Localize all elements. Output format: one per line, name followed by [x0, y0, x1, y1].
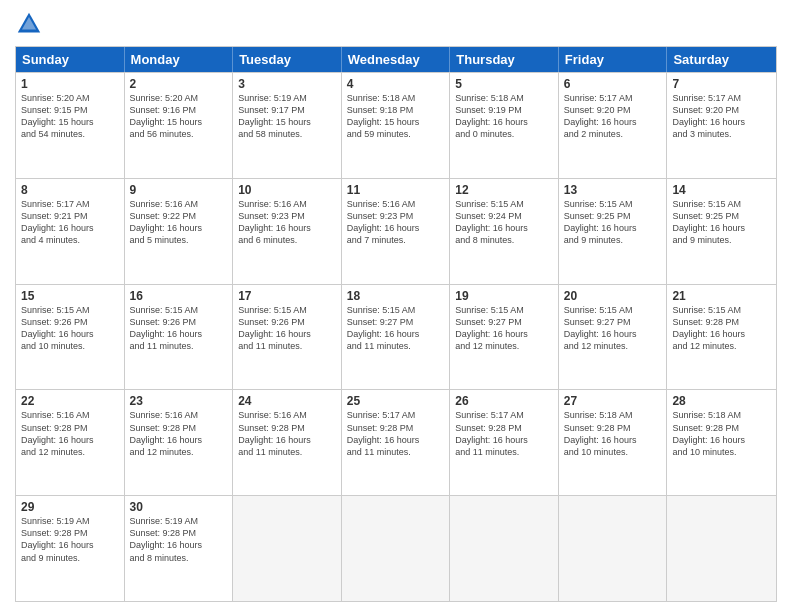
day-number: 13 [564, 183, 662, 197]
day-info: Sunrise: 5:20 AM Sunset: 9:16 PM Dayligh… [130, 92, 228, 141]
day-cell-12: 12Sunrise: 5:15 AM Sunset: 9:24 PM Dayli… [450, 179, 559, 284]
day-number: 26 [455, 394, 553, 408]
day-cell-21: 21Sunrise: 5:15 AM Sunset: 9:28 PM Dayli… [667, 285, 776, 390]
day-number: 8 [21, 183, 119, 197]
day-number: 3 [238, 77, 336, 91]
day-cell-19: 19Sunrise: 5:15 AM Sunset: 9:27 PM Dayli… [450, 285, 559, 390]
day-info: Sunrise: 5:17 AM Sunset: 9:20 PM Dayligh… [672, 92, 771, 141]
calendar-row-1: 1Sunrise: 5:20 AM Sunset: 9:15 PM Daylig… [16, 72, 776, 178]
calendar-body: 1Sunrise: 5:20 AM Sunset: 9:15 PM Daylig… [16, 72, 776, 601]
day-number: 17 [238, 289, 336, 303]
day-cell-1: 1Sunrise: 5:20 AM Sunset: 9:15 PM Daylig… [16, 73, 125, 178]
day-number: 10 [238, 183, 336, 197]
day-info: Sunrise: 5:15 AM Sunset: 9:27 PM Dayligh… [564, 304, 662, 353]
empty-cell [667, 496, 776, 601]
day-info: Sunrise: 5:17 AM Sunset: 9:28 PM Dayligh… [455, 409, 553, 458]
day-number: 5 [455, 77, 553, 91]
day-info: Sunrise: 5:17 AM Sunset: 9:28 PM Dayligh… [347, 409, 445, 458]
header-cell-tuesday: Tuesday [233, 47, 342, 72]
day-info: Sunrise: 5:16 AM Sunset: 9:28 PM Dayligh… [21, 409, 119, 458]
logo [15, 10, 47, 38]
day-cell-24: 24Sunrise: 5:16 AM Sunset: 9:28 PM Dayli… [233, 390, 342, 495]
day-number: 9 [130, 183, 228, 197]
header-cell-friday: Friday [559, 47, 668, 72]
calendar-header-row: SundayMondayTuesdayWednesdayThursdayFrid… [16, 47, 776, 72]
day-cell-14: 14Sunrise: 5:15 AM Sunset: 9:25 PM Dayli… [667, 179, 776, 284]
day-number: 18 [347, 289, 445, 303]
day-info: Sunrise: 5:15 AM Sunset: 9:25 PM Dayligh… [564, 198, 662, 247]
day-info: Sunrise: 5:20 AM Sunset: 9:15 PM Dayligh… [21, 92, 119, 141]
day-info: Sunrise: 5:17 AM Sunset: 9:21 PM Dayligh… [21, 198, 119, 247]
day-number: 27 [564, 394, 662, 408]
day-cell-9: 9Sunrise: 5:16 AM Sunset: 9:22 PM Daylig… [125, 179, 234, 284]
day-info: Sunrise: 5:16 AM Sunset: 9:28 PM Dayligh… [130, 409, 228, 458]
day-number: 14 [672, 183, 771, 197]
day-cell-13: 13Sunrise: 5:15 AM Sunset: 9:25 PM Dayli… [559, 179, 668, 284]
day-number: 19 [455, 289, 553, 303]
day-info: Sunrise: 5:15 AM Sunset: 9:27 PM Dayligh… [347, 304, 445, 353]
day-cell-20: 20Sunrise: 5:15 AM Sunset: 9:27 PM Dayli… [559, 285, 668, 390]
day-info: Sunrise: 5:17 AM Sunset: 9:20 PM Dayligh… [564, 92, 662, 141]
day-cell-3: 3Sunrise: 5:19 AM Sunset: 9:17 PM Daylig… [233, 73, 342, 178]
day-cell-22: 22Sunrise: 5:16 AM Sunset: 9:28 PM Dayli… [16, 390, 125, 495]
day-cell-4: 4Sunrise: 5:18 AM Sunset: 9:18 PM Daylig… [342, 73, 451, 178]
day-number: 12 [455, 183, 553, 197]
day-cell-18: 18Sunrise: 5:15 AM Sunset: 9:27 PM Dayli… [342, 285, 451, 390]
day-number: 25 [347, 394, 445, 408]
day-info: Sunrise: 5:18 AM Sunset: 9:28 PM Dayligh… [564, 409, 662, 458]
day-number: 23 [130, 394, 228, 408]
day-cell-8: 8Sunrise: 5:17 AM Sunset: 9:21 PM Daylig… [16, 179, 125, 284]
day-info: Sunrise: 5:16 AM Sunset: 9:23 PM Dayligh… [347, 198, 445, 247]
day-number: 4 [347, 77, 445, 91]
header-cell-saturday: Saturday [667, 47, 776, 72]
day-cell-28: 28Sunrise: 5:18 AM Sunset: 9:28 PM Dayli… [667, 390, 776, 495]
calendar-row-5: 29Sunrise: 5:19 AM Sunset: 9:28 PM Dayli… [16, 495, 776, 601]
day-info: Sunrise: 5:19 AM Sunset: 9:28 PM Dayligh… [130, 515, 228, 564]
day-info: Sunrise: 5:15 AM Sunset: 9:26 PM Dayligh… [238, 304, 336, 353]
day-number: 15 [21, 289, 119, 303]
day-number: 22 [21, 394, 119, 408]
header-cell-sunday: Sunday [16, 47, 125, 72]
day-number: 29 [21, 500, 119, 514]
day-cell-27: 27Sunrise: 5:18 AM Sunset: 9:28 PM Dayli… [559, 390, 668, 495]
empty-cell [450, 496, 559, 601]
header-cell-monday: Monday [125, 47, 234, 72]
day-number: 16 [130, 289, 228, 303]
day-info: Sunrise: 5:15 AM Sunset: 9:26 PM Dayligh… [21, 304, 119, 353]
day-info: Sunrise: 5:15 AM Sunset: 9:28 PM Dayligh… [672, 304, 771, 353]
day-number: 20 [564, 289, 662, 303]
day-info: Sunrise: 5:15 AM Sunset: 9:24 PM Dayligh… [455, 198, 553, 247]
day-number: 24 [238, 394, 336, 408]
day-number: 28 [672, 394, 771, 408]
empty-cell [559, 496, 668, 601]
day-info: Sunrise: 5:18 AM Sunset: 9:19 PM Dayligh… [455, 92, 553, 141]
page: SundayMondayTuesdayWednesdayThursdayFrid… [0, 0, 792, 612]
day-info: Sunrise: 5:16 AM Sunset: 9:22 PM Dayligh… [130, 198, 228, 247]
day-info: Sunrise: 5:15 AM Sunset: 9:27 PM Dayligh… [455, 304, 553, 353]
day-info: Sunrise: 5:15 AM Sunset: 9:26 PM Dayligh… [130, 304, 228, 353]
day-number: 21 [672, 289, 771, 303]
day-info: Sunrise: 5:19 AM Sunset: 9:17 PM Dayligh… [238, 92, 336, 141]
day-cell-6: 6Sunrise: 5:17 AM Sunset: 9:20 PM Daylig… [559, 73, 668, 178]
day-cell-29: 29Sunrise: 5:19 AM Sunset: 9:28 PM Dayli… [16, 496, 125, 601]
day-info: Sunrise: 5:18 AM Sunset: 9:28 PM Dayligh… [672, 409, 771, 458]
day-cell-23: 23Sunrise: 5:16 AM Sunset: 9:28 PM Dayli… [125, 390, 234, 495]
day-info: Sunrise: 5:15 AM Sunset: 9:25 PM Dayligh… [672, 198, 771, 247]
day-cell-2: 2Sunrise: 5:20 AM Sunset: 9:16 PM Daylig… [125, 73, 234, 178]
header-cell-thursday: Thursday [450, 47, 559, 72]
day-number: 30 [130, 500, 228, 514]
day-cell-7: 7Sunrise: 5:17 AM Sunset: 9:20 PM Daylig… [667, 73, 776, 178]
day-info: Sunrise: 5:16 AM Sunset: 9:28 PM Dayligh… [238, 409, 336, 458]
day-cell-11: 11Sunrise: 5:16 AM Sunset: 9:23 PM Dayli… [342, 179, 451, 284]
day-number: 6 [564, 77, 662, 91]
day-info: Sunrise: 5:16 AM Sunset: 9:23 PM Dayligh… [238, 198, 336, 247]
day-info: Sunrise: 5:18 AM Sunset: 9:18 PM Dayligh… [347, 92, 445, 141]
header-cell-wednesday: Wednesday [342, 47, 451, 72]
header [15, 10, 777, 38]
day-cell-30: 30Sunrise: 5:19 AM Sunset: 9:28 PM Dayli… [125, 496, 234, 601]
day-number: 7 [672, 77, 771, 91]
calendar-row-3: 15Sunrise: 5:15 AM Sunset: 9:26 PM Dayli… [16, 284, 776, 390]
calendar-row-4: 22Sunrise: 5:16 AM Sunset: 9:28 PM Dayli… [16, 389, 776, 495]
day-cell-5: 5Sunrise: 5:18 AM Sunset: 9:19 PM Daylig… [450, 73, 559, 178]
day-info: Sunrise: 5:19 AM Sunset: 9:28 PM Dayligh… [21, 515, 119, 564]
